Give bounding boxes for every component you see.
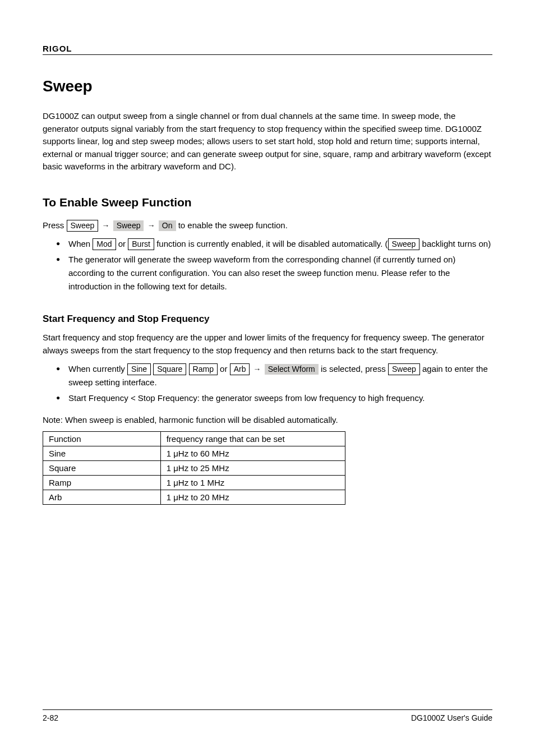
arrow-icon: → [252, 365, 262, 374]
page-number: 2-82 [43, 713, 58, 722]
section-heading-enable: To Enable Sweep Function [43, 196, 492, 209]
cell: Ramp [43, 475, 161, 490]
cell: 1 μHz to 1 MHz [160, 475, 345, 490]
square-hardkey: Square [153, 363, 186, 375]
page-title: Sweep [43, 77, 492, 95]
list-item: Start Frequency < Stop Frequency: the ge… [56, 391, 492, 405]
table-row: Sine 1 μHz to 60 MHz [43, 446, 345, 460]
enable-bullet-list: When Mod or Burst function is currently … [43, 237, 492, 293]
text: backlight turns on) [419, 239, 491, 248]
text: When [68, 239, 93, 248]
table-row: Function frequency range that can be set [43, 431, 345, 446]
cell: Sine [43, 446, 161, 460]
burst-hardkey: Burst [128, 238, 154, 250]
sweep-softkey: Sweep [113, 220, 144, 231]
text: When currently [68, 364, 127, 374]
guide-title: DG1000Z User's Guide [411, 713, 492, 722]
cell: 1 μHz to 25 MHz [160, 460, 345, 475]
table-header-func: Function [43, 431, 161, 446]
text: The generator will generate the sweep wa… [68, 255, 455, 291]
cell: Arb [43, 490, 161, 504]
arrow-icon: → [146, 221, 156, 230]
text: function is currently enabled, it will b… [154, 239, 382, 248]
table-row: Arb 1 μHz to 20 MHz [43, 490, 345, 504]
sine-hardkey: Sine [127, 363, 151, 375]
text: to enable the sweep function. [176, 220, 288, 230]
arrow-icon: → [101, 221, 111, 230]
enable-lead: Press Sweep → Sweep → On to enable the s… [43, 219, 492, 232]
table-header-range: frequency range that can be set [160, 431, 345, 446]
cell: Square [43, 460, 161, 475]
cell: 1 μHz to 20 MHz [160, 490, 345, 504]
mod-hardkey: Mod [93, 238, 116, 250]
page-footer: 2-82 DG1000Z User's Guide [43, 709, 492, 722]
page-header: RIGOL [43, 44, 492, 55]
arb-hardkey: Arb [230, 363, 250, 375]
text: Start Frequency < Stop Frequency: the ge… [68, 393, 425, 403]
sweep-hardkey: Sweep [388, 363, 420, 375]
cell: 1 μHz to 60 MHz [160, 446, 345, 460]
note-line: Note: When sweep is enabled, harmonic fu… [43, 414, 492, 427]
text: is selected, press [319, 364, 388, 374]
intro-paragraph: DG1000Z can output sweep from a single c… [43, 110, 492, 173]
text: Press [43, 220, 67, 230]
frequency-range-table: Function frequency range that can be set… [43, 431, 345, 505]
startstop-bullet-list: When currently Sine Square Ramp or Arb →… [43, 362, 492, 405]
text: or [218, 364, 230, 374]
table-row: Square 1 μHz to 25 MHz [43, 460, 345, 475]
list-item: The generator will generate the sweep wa… [56, 253, 492, 293]
ramp-hardkey: Ramp [189, 363, 218, 375]
section-heading-startstop: Start Frequency and Stop Frequency [43, 314, 492, 325]
sweep-hardkey: Sweep [67, 220, 99, 232]
startstop-paragraph: Start frequency and stop frequency are t… [43, 331, 492, 357]
on-softkey: On [159, 220, 176, 231]
list-item: When currently Sine Square Ramp or Arb →… [56, 362, 492, 389]
text: ( [382, 239, 388, 248]
list-item: When Mod or Burst function is currently … [56, 237, 492, 251]
brand-text: RIGOL [43, 44, 72, 53]
sweep-hardkey: Sweep [388, 238, 420, 250]
table-row: Ramp 1 μHz to 1 MHz [43, 475, 345, 490]
select-wform-softkey: Select Wform [265, 364, 319, 375]
text: or [116, 239, 128, 248]
